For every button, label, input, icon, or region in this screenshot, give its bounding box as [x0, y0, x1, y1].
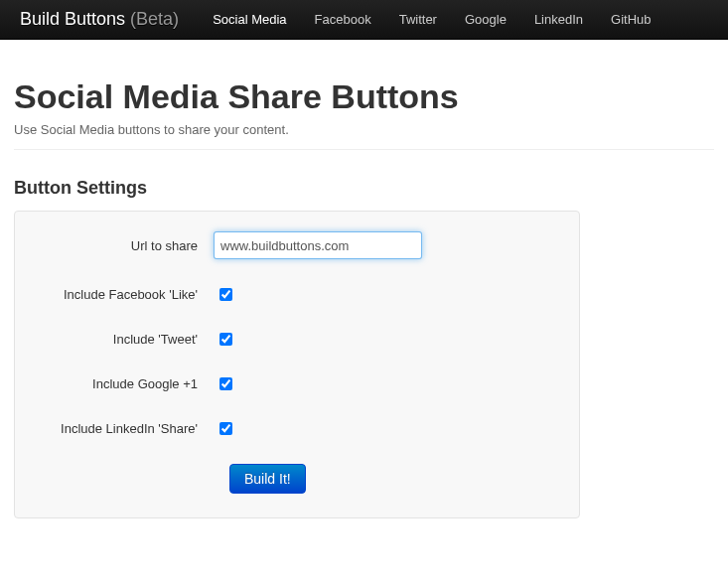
- url-label: Url to share: [35, 238, 214, 253]
- submit-row: Build It!: [229, 464, 559, 494]
- settings-heading: Button Settings: [14, 178, 714, 199]
- row-linkedin: Include LinkedIn 'Share': [35, 419, 559, 438]
- row-facebook: Include Facebook 'Like': [35, 285, 559, 304]
- brand[interactable]: Build Buttons (Beta): [20, 9, 199, 30]
- page-title: Social Media Share Buttons: [14, 77, 714, 116]
- google-checkbox[interactable]: [219, 377, 232, 390]
- linkedin-checkbox[interactable]: [219, 422, 232, 435]
- row-tweet: Include 'Tweet': [35, 330, 559, 349]
- facebook-label: Include Facebook 'Like': [35, 287, 214, 302]
- row-url: Url to share: [35, 231, 559, 259]
- facebook-checkbox[interactable]: [219, 288, 232, 301]
- main-container: Social Media Share Buttons Use Social Me…: [0, 40, 728, 538]
- linkedin-label: Include LinkedIn 'Share': [35, 421, 214, 436]
- nav-item-google[interactable]: Google: [451, 12, 520, 27]
- nav-item-linkedin[interactable]: LinkedIn: [520, 12, 597, 27]
- settings-panel: Url to share Include Facebook 'Like' Inc…: [14, 211, 580, 518]
- build-it-button[interactable]: Build It!: [229, 464, 306, 494]
- tweet-label: Include 'Tweet': [35, 332, 214, 347]
- brand-suffix: (Beta): [130, 9, 179, 29]
- tweet-checkbox[interactable]: [219, 333, 232, 346]
- google-label: Include Google +1: [35, 376, 214, 391]
- nav-item-github[interactable]: GitHub: [597, 12, 664, 27]
- navbar: Build Buttons (Beta) Social Media Facebo…: [0, 0, 728, 40]
- row-google: Include Google +1: [35, 374, 559, 393]
- divider: [14, 149, 714, 150]
- url-input[interactable]: [214, 231, 422, 259]
- nav-item-social-media[interactable]: Social Media: [199, 12, 300, 27]
- page-lead: Use Social Media buttons to share your c…: [14, 122, 714, 137]
- nav-item-twitter[interactable]: Twitter: [385, 12, 451, 27]
- nav-item-facebook[interactable]: Facebook: [301, 12, 385, 27]
- brand-name: Build Buttons: [20, 9, 125, 29]
